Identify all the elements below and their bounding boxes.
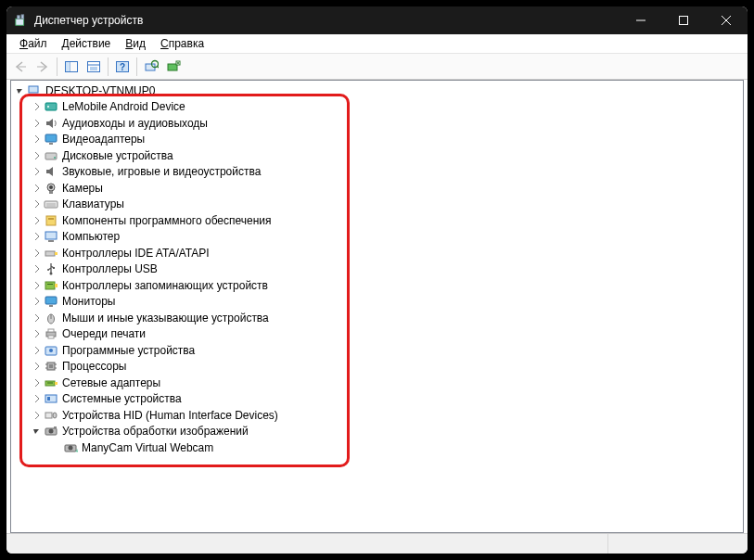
scan-hardware-button[interactable]: [141, 57, 161, 77]
category-label: Программные устройства: [62, 344, 195, 357]
tree-category[interactable]: Компоненты программного обеспечения: [13, 212, 743, 229]
category-label: Звуковые, игровые и видеоустройства: [62, 165, 261, 178]
category-label: Мониторы: [62, 295, 115, 308]
device-icon: +: [63, 440, 78, 455]
category-label: Компьютер: [62, 230, 120, 243]
titlebar[interactable]: Диспетчер устройств: [6, 6, 748, 34]
svg-point-57: [49, 349, 53, 352]
category-label: Системные устройства: [62, 392, 182, 405]
svg-rect-67: [45, 395, 57, 402]
tree-category[interactable]: Контроллеры запоминающих устройств: [13, 277, 743, 294]
svg-rect-47: [47, 284, 53, 285]
forward-button[interactable]: [32, 57, 53, 77]
help-button[interactable]: ?: [112, 57, 133, 77]
add-legacy-hardware-button[interactable]: [163, 57, 184, 77]
tree-pane[interactable]: DESKTOP-VTNMUP0LeMobile Android DeviceАу…: [10, 80, 744, 533]
category-icon: [44, 294, 58, 309]
tree-category[interactable]: Клавиатуры: [13, 197, 743, 213]
show-hide-tree-button[interactable]: [61, 57, 82, 77]
maximize-button[interactable]: [662, 6, 705, 34]
tree-category[interactable]: Камеры: [13, 180, 743, 197]
svg-rect-25: [45, 103, 57, 110]
svg-rect-73: [54, 426, 57, 428]
category-icon: [44, 164, 58, 179]
svg-point-70: [53, 413, 57, 418]
category-label: Сетевые адаптеры: [62, 376, 160, 389]
toolbar: ?: [6, 54, 748, 80]
category-label: Клавиатуры: [62, 197, 124, 210]
tree-category[interactable]: Контроллеры USB: [13, 261, 743, 278]
category-icon: [44, 391, 58, 406]
menu-action[interactable]: Действие: [55, 35, 119, 52]
tree-category[interactable]: Процессоры: [13, 359, 743, 375]
tree-category[interactable]: Компьютер: [13, 229, 743, 246]
category-label: Видеоадаптеры: [62, 133, 145, 146]
category-icon: [44, 181, 58, 196]
tree-category[interactable]: Программные устройства: [13, 342, 743, 359]
svg-rect-27: [45, 134, 57, 142]
tree-category[interactable]: Системные устройства: [13, 391, 743, 408]
device-label: ManyCam Virtual Webcam: [82, 441, 213, 454]
svg-rect-54: [48, 329, 54, 332]
category-icon: [44, 311, 58, 325]
tree-root[interactable]: DESKTOP-VTNMUP0: [13, 83, 743, 99]
category-icon: [44, 408, 58, 423]
tree-category[interactable]: Видеоадаптеры: [13, 132, 743, 148]
svg-point-30: [54, 157, 56, 159]
tree-category[interactable]: LeMobile Android Device: [13, 99, 743, 116]
svg-rect-69: [45, 413, 52, 418]
svg-point-45: [47, 269, 49, 271]
minimize-button[interactable]: [620, 6, 662, 34]
svg-rect-10: [88, 61, 100, 71]
category-icon: [44, 132, 58, 146]
svg-point-26: [47, 106, 49, 108]
tree-category[interactable]: Дисковые устройства: [13, 147, 743, 164]
svg-point-72: [49, 429, 54, 434]
computer-icon: [27, 83, 42, 98]
svg-point-75: [69, 445, 73, 450]
category-icon: [44, 261, 58, 276]
svg-text:+: +: [75, 448, 78, 454]
svg-rect-68: [47, 397, 50, 401]
svg-rect-42: [55, 252, 58, 255]
svg-rect-41: [45, 251, 55, 256]
menu-file[interactable]: Файл: [12, 35, 55, 52]
svg-rect-39: [45, 232, 57, 239]
svg-rect-24: [31, 94, 36, 95]
svg-rect-55: [48, 336, 54, 338]
category-label: Процессоры: [62, 360, 127, 373]
category-label: Мыши и иные указывающие устройства: [62, 312, 269, 325]
tree-category[interactable]: Контроллеры IDE ATA/ATAPI: [13, 245, 743, 261]
tree-category[interactable]: Устройства обработки изображений: [13, 424, 743, 440]
tree-device[interactable]: +ManyCam Virtual Webcam: [13, 439, 743, 456]
category-label: Камеры: [62, 182, 103, 195]
menubar: Файл Действие Вид Справка: [6, 34, 748, 54]
tree-category[interactable]: Аудиовходы и аудиовыходы: [13, 115, 743, 132]
tree-category[interactable]: Мониторы: [13, 294, 743, 311]
category-icon: [44, 278, 58, 293]
category-label: Дисковые устройства: [62, 149, 173, 162]
category-icon: [44, 197, 58, 211]
tree-category[interactable]: Очереди печати: [13, 326, 743, 343]
category-icon: [44, 213, 58, 228]
svg-point-43: [50, 273, 53, 275]
menu-help[interactable]: Справка: [153, 35, 211, 52]
svg-rect-65: [55, 382, 58, 385]
svg-rect-28: [49, 143, 53, 145]
tree-category[interactable]: Устройства HID (Human Interface Devices): [13, 407, 743, 424]
svg-rect-0: [16, 19, 24, 25]
svg-rect-44: [53, 267, 55, 269]
back-button[interactable]: [10, 57, 31, 77]
properties-button[interactable]: [83, 57, 104, 77]
category-icon: [44, 359, 58, 374]
app-icon: [14, 13, 29, 28]
tree-category[interactable]: Сетевые адаптеры: [13, 375, 743, 391]
close-button[interactable]: [705, 6, 748, 34]
svg-rect-38: [48, 218, 54, 220]
svg-rect-1: [18, 16, 20, 19]
menu-view[interactable]: Вид: [118, 35, 153, 52]
tree-category[interactable]: Звуковые, игровые и видеоустройства: [13, 164, 743, 181]
svg-rect-33: [49, 191, 53, 194]
svg-rect-40: [48, 240, 54, 242]
tree-category[interactable]: Мыши и иные указывающие устройства: [13, 310, 743, 326]
